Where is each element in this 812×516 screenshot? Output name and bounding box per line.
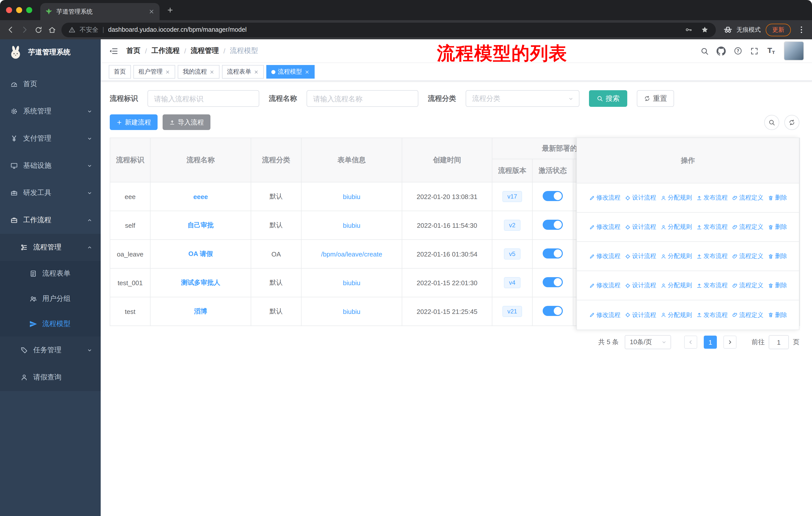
goto-page-input[interactable] [769,335,789,349]
password-key-icon[interactable] [685,26,693,34]
sidebar-item-home[interactable]: 首页 [0,71,101,98]
action-design[interactable]: 设计流程 [625,223,656,231]
page-size-select[interactable]: 10条/页 [625,335,671,349]
breadcrumb-home[interactable]: 首页 [126,46,141,55]
avatar[interactable] [784,41,804,60]
sidebar-item-process-manage[interactable]: 流程管理 [0,234,101,261]
active-toggle[interactable] [543,306,563,316]
action-definition[interactable]: 流程定义 [732,252,763,261]
action-publish[interactable]: 发布流程 [696,281,728,290]
action-definition[interactable]: 流程定义 [732,223,763,231]
reset-button[interactable]: 重置 [637,90,674,107]
action-definition[interactable]: 流程定义 [732,193,763,202]
action-definition[interactable]: 流程定义 [732,281,763,290]
category-select[interactable]: 流程分类 [466,90,579,107]
bookmark-star-icon[interactable] [701,26,709,34]
sidebar-item-task-manage[interactable]: 任务管理 [0,336,101,364]
tag-my-process[interactable]: 我的流程 [178,65,220,79]
breadcrumb-workflow[interactable]: 工作流程 [151,46,180,55]
reload-icon[interactable] [34,25,43,34]
action-delete[interactable]: 删除 [767,193,787,202]
home-icon[interactable] [48,25,56,34]
search-icon[interactable] [700,47,709,55]
tag-process-model[interactable]: 流程模型 [266,65,315,79]
help-icon[interactable] [733,46,743,55]
action-definition[interactable]: 流程定义 [732,311,763,319]
address-bar[interactable]: 不安全 | dashboard.yudao.iocoder.cn/bpm/man… [61,22,716,37]
form-link[interactable]: biubiu [343,221,360,229]
form-link[interactable]: /bpm/oa/leave/create [321,250,382,258]
active-toggle[interactable] [543,277,563,287]
action-delete[interactable]: 删除 [767,223,787,231]
action-design[interactable]: 设计流程 [625,281,656,290]
action-design[interactable]: 设计流程 [625,193,656,202]
action-assign[interactable]: 分配规则 [660,281,692,290]
active-toggle[interactable] [543,191,563,201]
sidebar-item-system[interactable]: 系统管理 [0,98,101,125]
close-icon[interactable] [209,69,214,74]
refresh-table-button[interactable] [784,115,800,130]
import-process-button[interactable]: 导入流程 [163,114,210,130]
action-delete[interactable]: 删除 [767,311,787,319]
process-name-link[interactable]: OA 请假 [188,250,213,257]
minimize-window-button[interactable] [16,7,22,13]
tag-tenant[interactable]: 租户管理 [134,65,175,79]
tag-home[interactable]: 首页 [109,65,131,79]
action-assign[interactable]: 分配规则 [660,252,692,261]
create-process-button[interactable]: 新建流程 [110,114,157,130]
back-icon[interactable] [6,25,15,34]
action-delete[interactable]: 删除 [767,252,787,261]
browser-update-button[interactable]: 更新 [766,23,791,36]
process-key-input[interactable] [147,90,259,107]
tag-process-form[interactable]: 流程表单 [222,65,264,79]
process-name-link[interactable]: 自己审批 [187,221,214,229]
search-button[interactable]: 搜索 [589,90,627,107]
action-design[interactable]: 设计流程 [625,252,656,261]
action-publish[interactable]: 发布流程 [696,311,728,319]
forward-icon[interactable] [20,25,29,34]
process-name-link[interactable]: 测试多审批人 [181,279,220,286]
action-assign[interactable]: 分配规则 [660,223,692,231]
font-size-icon[interactable] [766,46,776,56]
action-assign[interactable]: 分配规则 [660,193,692,202]
github-icon[interactable] [716,46,726,56]
action-modify[interactable]: 修改流程 [589,252,620,261]
action-modify[interactable]: 修改流程 [589,223,620,231]
action-publish[interactable]: 发布流程 [696,193,728,202]
form-link[interactable]: biubiu [343,279,360,287]
page-number-1[interactable]: 1 [704,335,717,349]
action-delete[interactable]: 删除 [767,281,787,290]
fullscreen-icon[interactable] [750,47,759,55]
tab-close-icon[interactable] [148,8,154,15]
browser-menu-icon[interactable] [797,25,806,34]
action-publish[interactable]: 发布流程 [696,252,728,261]
action-design[interactable]: 设计流程 [625,311,656,319]
sidebar-item-process-model[interactable]: 流程模型 [0,311,101,336]
action-modify[interactable]: 修改流程 [589,193,620,202]
close-window-button[interactable] [6,7,12,13]
close-icon[interactable] [304,69,310,74]
process-name-link[interactable]: eeee [193,193,208,200]
sidebar-item-process-form[interactable]: 流程表单 [0,261,101,286]
sidebar-item-infra[interactable]: 基础设施 [0,152,101,180]
action-publish[interactable]: 发布流程 [696,223,728,231]
browser-tab[interactable]: 芋道管理系统 [40,3,160,20]
sidebar-fold-icon[interactable] [109,46,118,56]
close-icon[interactable] [165,69,170,74]
prev-page-button[interactable] [684,335,697,349]
sidebar-item-payment[interactable]: 支付管理 [0,125,101,152]
form-link[interactable]: biubiu [343,308,360,315]
action-modify[interactable]: 修改流程 [589,311,620,319]
sidebar-item-devtools[interactable]: 研发工具 [0,180,101,207]
action-modify[interactable]: 修改流程 [589,281,620,290]
process-name-input[interactable] [307,90,418,107]
show-search-button[interactable] [764,115,779,130]
sidebar-item-workflow[interactable]: 工作流程 [0,207,101,234]
sidebar-item-user-group[interactable]: 用户分组 [0,286,101,311]
sidebar-item-leave-query[interactable]: 请假查询 [0,364,101,391]
action-assign[interactable]: 分配规则 [660,311,692,319]
maximize-window-button[interactable] [26,7,32,13]
new-tab-button[interactable] [167,6,174,13]
active-toggle[interactable] [543,248,563,258]
form-link[interactable]: biubiu [343,193,360,200]
